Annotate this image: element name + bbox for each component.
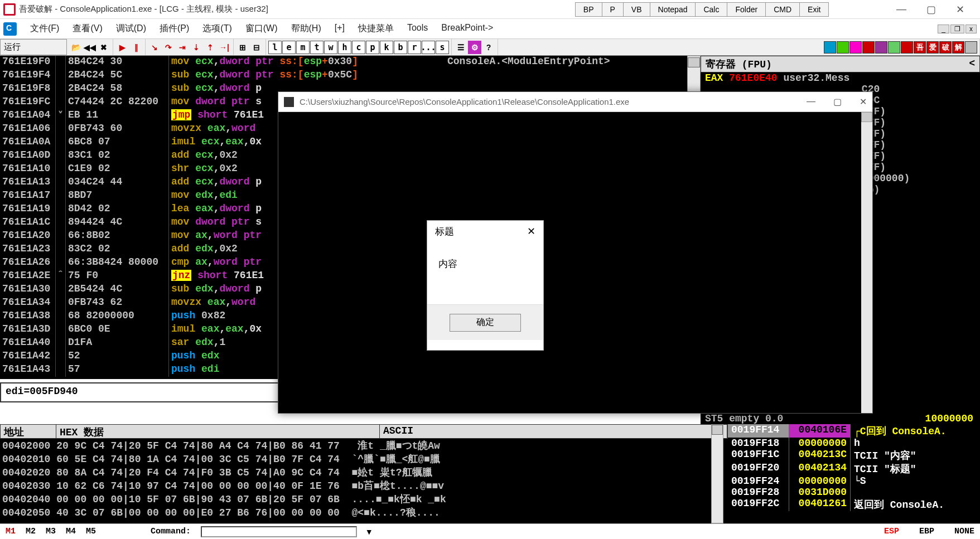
stack-row[interactable]: 0019FF280031D000 (728, 487, 980, 498)
menu-item[interactable]: 调试(D) (116, 23, 146, 35)
stack-row[interactable]: 0019FF1800000000h (728, 438, 980, 449)
stack-row[interactable]: 0019FF2400000000└S (728, 475, 980, 487)
window-btn-b[interactable]: b (394, 41, 407, 54)
plugin-icon-10[interactable]: 破 (939, 41, 952, 54)
minimize-icon[interactable]: — (896, 3, 906, 16)
stack-pane[interactable]: 0019FF140040106E┌C回到 ConsoleA.0019FF1800… (728, 424, 980, 523)
messagebox-ok-button[interactable]: 确定 (450, 314, 521, 332)
window-btn-h[interactable]: h (338, 41, 351, 54)
plugin-icon-9[interactable]: 爱 (926, 41, 939, 54)
plugin-icon-2[interactable] (837, 41, 849, 54)
stop-icon[interactable]: ✖ (97, 41, 110, 54)
plugin-icon-5[interactable] (875, 41, 887, 54)
window-btn-s[interactable]: s (436, 41, 449, 54)
window-btn-...[interactable]: ... (422, 41, 435, 54)
dump-row[interactable]: 00402020 80 8A C4 74|20 F4 C4 74|F0 3B C… (2, 465, 728, 479)
settings-icon[interactable]: ⚙ (468, 41, 481, 54)
command-dropdown-icon[interactable]: ▾ (367, 527, 371, 537)
marker-1[interactable]: M1 (6, 527, 16, 536)
titlebar-btn-calc[interactable]: Calc (696, 3, 727, 16)
console-window[interactable]: C:\Users\xiuzhang\Source\Repos\ConsoleAp… (278, 91, 873, 414)
window-btn-r[interactable]: r (408, 41, 421, 54)
plugin-icon-4[interactable] (862, 41, 875, 54)
close-icon[interactable]: ✕ (956, 3, 964, 16)
pause-icon[interactable]: ∥ (129, 41, 143, 54)
menu-item[interactable]: 插件(P) (160, 23, 189, 35)
console-close-icon[interactable]: ✕ (860, 96, 867, 107)
window-btn-c[interactable]: c (352, 41, 365, 54)
maximize-icon[interactable]: ▢ (926, 3, 936, 16)
rewind-icon[interactable]: ◀◀ (83, 41, 96, 54)
dump-row[interactable]: 00402040 00 00 00 00|10 5F 07 6B|90 43 0… (2, 492, 728, 506)
registers-title: 寄存器 (FPU) (706, 57, 772, 71)
dump-row[interactable]: 00402010 60 5E C4 74|80 1A C4 74|00 3C C… (2, 452, 728, 465)
mdi-min-icon[interactable]: _ (938, 25, 949, 33)
mdi-restore-icon[interactable]: ❐ (950, 25, 964, 33)
plugin-icon-7[interactable] (901, 41, 913, 54)
menu-item[interactable]: 选项(T) (202, 23, 231, 35)
stack-row[interactable]: 0019FF2C00401261返回到 ConsoleA. (728, 498, 980, 511)
goto2-icon[interactable]: ⊟ (250, 41, 263, 54)
plugin-icon-6[interactable] (888, 41, 900, 54)
list-icon[interactable]: ☰ (454, 41, 467, 54)
stack-row[interactable]: 0019FF2000402134TCII "标题" (728, 462, 980, 475)
hex-dump-pane[interactable]: 地址 HEX 数据 ASCII 00402000 20 9C C4 74|20 … (0, 424, 728, 523)
titlebar-btn-p[interactable]: P (602, 3, 624, 16)
registers-collapse-icon[interactable]: < (969, 57, 975, 71)
stack-row[interactable]: 0019FF1C0040213CTCII "内容" (728, 449, 980, 462)
menu-item[interactable]: BreakPoint-> (441, 23, 493, 35)
titlebar-btn-folder[interactable]: Folder (727, 3, 766, 16)
titlebar-btn-cmd[interactable]: CMD (766, 3, 800, 16)
disasm-row[interactable]: 761E19F42B4C24 5Csub ecx,dword ptr ss:[e… (0, 69, 701, 82)
window-btn-w[interactable]: w (324, 41, 337, 54)
menu-item[interactable]: [+] (335, 23, 345, 35)
toolbar-step-group: ↘ ↷ ⇥ ⇣ ⇡ →| (146, 39, 234, 55)
goto-icon[interactable]: ⊞ (236, 41, 249, 54)
dump-scrollbar[interactable] (711, 424, 723, 523)
console-maximize-icon[interactable]: ▢ (833, 96, 842, 107)
plugin-icon-8[interactable]: 吾 (914, 41, 926, 54)
window-btn-k[interactable]: k (380, 41, 393, 54)
step-into-icon[interactable]: ↘ (148, 41, 161, 54)
menu-item[interactable]: Tools (407, 23, 428, 35)
plugin-icon-3[interactable] (849, 41, 862, 54)
titlebar-btn-bp[interactable]: BP (576, 3, 602, 16)
marker-4[interactable]: M4 (66, 527, 76, 536)
window-btn-t[interactable]: t (310, 41, 324, 54)
step-out-icon[interactable]: ⇥ (176, 41, 189, 54)
window-btn-m[interactable]: m (296, 41, 310, 54)
command-input[interactable] (201, 526, 357, 537)
dump-row[interactable]: 00402050 40 3C 07 6B|00 00 00 00|E0 27 B… (2, 506, 728, 519)
window-btn-e[interactable]: e (282, 41, 296, 54)
trace-over-icon[interactable]: ⇡ (204, 41, 217, 54)
window-btn-p[interactable]: p (366, 41, 379, 54)
console-minimize-icon[interactable]: — (807, 96, 815, 107)
marker-5[interactable]: M5 (86, 527, 96, 536)
messagebox-close-icon[interactable]: ✕ (527, 225, 535, 237)
window-btn-l[interactable]: l (268, 41, 282, 54)
console-scrollbar[interactable] (861, 112, 872, 413)
run-to-icon[interactable]: →| (218, 41, 231, 54)
plugin-icon-11[interactable]: 解 (952, 41, 964, 54)
titlebar-btn-exit[interactable]: Exit (800, 3, 828, 16)
menu-item[interactable]: 帮助(H) (291, 23, 321, 35)
menu-item[interactable]: 快捷菜单 (358, 23, 394, 35)
menu-item[interactable]: 文件(F) (30, 23, 59, 35)
mdi-close-icon[interactable]: x (965, 25, 977, 33)
titlebar-btn-notepad[interactable]: Notepad (650, 3, 696, 16)
step-over-icon[interactable]: ↷ (162, 41, 175, 54)
help-icon[interactable]: ? (482, 41, 495, 54)
dump-row[interactable]: 00402030 10 62 C6 74|10 97 C4 74|00 00 0… (2, 479, 728, 492)
open-icon[interactable]: 📂 (69, 41, 83, 54)
plugin-icon-12[interactable] (965, 41, 977, 54)
play-icon[interactable]: ▶ (115, 41, 129, 54)
menu-item[interactable]: 窗口(W) (245, 23, 278, 35)
stack-row[interactable]: 0019FF140040106E┌C回到 ConsoleA. (728, 424, 980, 438)
menu-item[interactable]: 查看(V) (73, 23, 102, 35)
plugin-icon-1[interactable] (824, 41, 836, 54)
marker-3[interactable]: M3 (46, 527, 56, 536)
dump-row[interactable]: 00402000 20 9C C4 74|20 5F C4 74|80 A4 C… (2, 439, 728, 452)
titlebar-btn-vb[interactable]: VB (624, 3, 650, 16)
trace-into-icon[interactable]: ⇣ (190, 41, 203, 54)
marker-2[interactable]: M2 (26, 527, 36, 536)
